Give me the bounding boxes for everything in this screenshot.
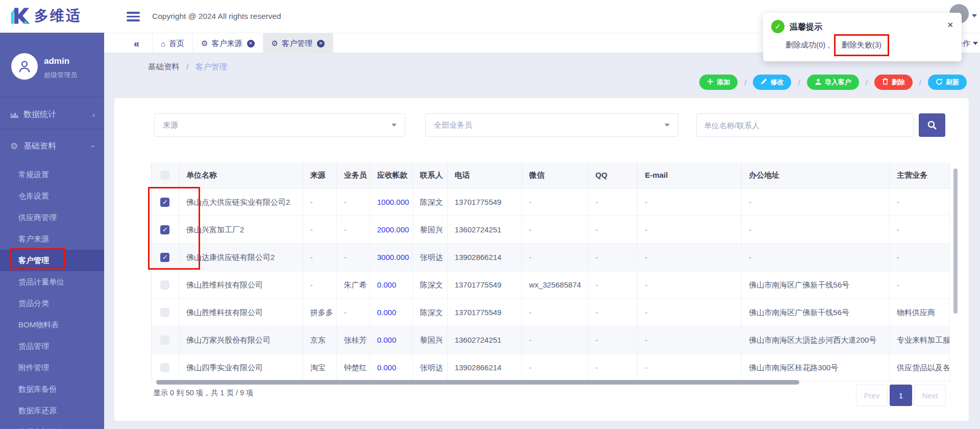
table-cell: - — [522, 244, 589, 271]
sidebar-item-data-statistics[interactable]: 数据统计 › — [0, 102, 104, 127]
main-content: 基础资料 / 客户管理 添加/修改/导入客户/删除/刷新 来源 全部业务员 单位… — [104, 53, 980, 429]
add-button[interactable]: 添加 — [699, 75, 738, 90]
menu-toggle-icon[interactable] — [127, 12, 140, 23]
table-cell: - — [742, 244, 890, 271]
table-cell: 佛山市南海区大沥盐步河西大道200号 — [742, 326, 890, 353]
column-header: 电话 — [448, 162, 522, 188]
horizontal-scrollbar[interactable] — [156, 380, 799, 385]
import-customers-button[interactable]: 导入客户 — [807, 75, 859, 90]
prev-page-button[interactable]: Prev — [856, 385, 888, 406]
salesman-filter-select[interactable]: 全部业务员 — [425, 113, 678, 137]
caret-down-icon — [973, 42, 978, 45]
table-cell: - — [638, 271, 742, 298]
toolbar-separator: / — [798, 78, 800, 87]
sidebar-item-goods-management[interactable]: 货品管理 — [0, 336, 104, 357]
search-button[interactable] — [919, 113, 945, 137]
sidebar-item-db-restore[interactable]: 数据库还原 — [0, 400, 104, 421]
table-cell: - — [638, 188, 742, 216]
sidebar-item-supplier-management[interactable]: 供应商管理 — [0, 207, 104, 228]
search-input[interactable] — [696, 113, 914, 137]
row-checkbox-cell — [152, 271, 179, 298]
table-cell: 0.000 — [370, 326, 413, 353]
plus-icon — [707, 78, 714, 86]
tab-customer-management[interactable]: ⚙客户管理✕ — [263, 33, 333, 54]
source-filter-select[interactable]: 来源 — [154, 113, 405, 137]
column-header: E-mail — [638, 162, 742, 188]
row-checkbox[interactable]: ✓ — [160, 253, 169, 262]
column-header: 办公地址 — [742, 162, 890, 188]
home-icon: ⌂ — [161, 39, 165, 48]
select-all-checkbox[interactable] — [160, 171, 169, 180]
collapse-tabs-icon[interactable]: « — [134, 33, 139, 54]
sidebar-item-goods-category[interactable]: 货品分类 — [0, 293, 104, 314]
sidebar-item-general-settings[interactable]: 常规设置 — [0, 164, 104, 185]
row-checkbox[interactable] — [160, 280, 169, 290]
row-checkbox[interactable]: ✓ — [160, 225, 169, 234]
close-icon[interactable]: ✕ — [247, 40, 255, 47]
close-icon[interactable]: ✕ — [317, 40, 325, 47]
sidebar-item-db-init[interactable]: 数据库初始化 — [0, 421, 104, 429]
button-label: 删除 — [892, 78, 905, 87]
row-checkbox[interactable] — [160, 336, 169, 345]
table-cell: - — [638, 244, 742, 271]
toolbar-separator: / — [866, 78, 868, 87]
sidebar-item-base-data[interactable]: ⚙ 基础资料 › — [0, 134, 104, 158]
sidebar-item-attachment-management[interactable]: 附件管理 — [0, 357, 104, 378]
edit-button[interactable]: 修改 — [753, 75, 791, 90]
table-cell: 拼多多 — [303, 299, 337, 326]
table-cell: - — [303, 271, 337, 298]
button-label: 刷新 — [946, 78, 959, 87]
table-row: 佛山胜维科技有限公司拼多多-0.000陈深文13701775549---佛山市南… — [152, 299, 950, 326]
next-page-button[interactable]: Next — [914, 385, 946, 406]
tab-home[interactable]: ⌂首页 — [152, 33, 193, 54]
column-header: 单位名称 — [179, 162, 303, 188]
toolbar: 添加/修改/导入客户/删除/刷新 — [699, 75, 967, 90]
sidebar-item-customer-source[interactable]: 客户来源 — [0, 228, 104, 250]
user-icon — [815, 78, 822, 87]
table-row: ✓佛山兴富加工厂2--2000.000黎国兴13602724251----- — [152, 216, 950, 244]
table-cell: 13701775549 — [448, 271, 522, 298]
table-cell: - — [890, 271, 950, 298]
table-row: 佛山四季实业有限公司淘宝钟楚红0.000张明达13902866214---佛山市… — [152, 354, 950, 382]
table-cell: 佛山万家兴股份有限公司 — [179, 326, 303, 353]
toast-body: 删除成功(0) , 删除失败(3) — [786, 34, 889, 62]
table-cell: 佛山兴富加工厂2 — [179, 216, 303, 243]
column-header: 主营业务 — [890, 162, 950, 188]
tab-customer-source[interactable]: ⚙客户来源✕ — [193, 33, 263, 54]
user-name: admin — [44, 56, 69, 66]
vertical-scrollbar[interactable] — [953, 169, 958, 314]
person-icon — [17, 59, 32, 74]
table-cell: - — [638, 354, 742, 381]
table-cell: - — [589, 326, 638, 353]
sidebar-item-bom-list[interactable]: BOM物料表 — [0, 314, 104, 336]
customers-table: 单位名称来源业务员应收帐款联系人电话微信QQE-mail办公地址主营业务✓佛山点… — [151, 162, 950, 382]
table-cell: 张明达 — [413, 244, 448, 271]
row-checkbox[interactable] — [160, 308, 169, 317]
table-cell: - — [638, 216, 742, 243]
table-cell: 13602724251 — [448, 326, 522, 353]
page-1-button[interactable]: 1 — [890, 385, 912, 406]
table-cell: 2000.000 — [370, 216, 413, 243]
table-cell: - — [589, 271, 638, 298]
table-cell: 朱广希 — [337, 271, 370, 298]
pagination: Prev 1 Next — [856, 385, 946, 406]
bar-chart-icon — [10, 110, 23, 118]
table-row: ✓佛山达康供应链有限公司2--3000.000张明达13902866214---… — [152, 244, 950, 271]
table-cell: 张桂芳 — [337, 326, 370, 353]
row-checkbox[interactable] — [160, 363, 169, 372]
sidebar-item-warehouse-settings[interactable]: 仓库设置 — [0, 185, 104, 207]
content-card: 来源 全部业务员 单位名称来源业务员应收帐款联系人电话微信QQE-mail办公地… — [114, 98, 969, 421]
table-cell: 0.000 — [370, 271, 413, 298]
source-filter-value: 来源 — [163, 121, 178, 130]
table-cell: - — [337, 216, 370, 243]
table-cell: 陈深文 — [413, 299, 448, 326]
sidebar-item-db-backup[interactable]: 数据库备份 — [0, 378, 104, 400]
row-checkbox[interactable]: ✓ — [160, 198, 169, 207]
sidebar-item-customer-management[interactable]: 客户管理 — [0, 250, 104, 271]
delete-button[interactable]: 删除 — [874, 75, 913, 90]
refresh-button[interactable]: 刷新 — [928, 75, 967, 90]
sidebar-item-goods-unit[interactable]: 货品计量单位 — [0, 271, 104, 293]
toast-close-icon[interactable]: ✕ — [947, 20, 953, 30]
table-cell: - — [638, 326, 742, 353]
app-window: 多维适 Copyright @ 2024 All rights reserved… — [0, 0, 980, 429]
